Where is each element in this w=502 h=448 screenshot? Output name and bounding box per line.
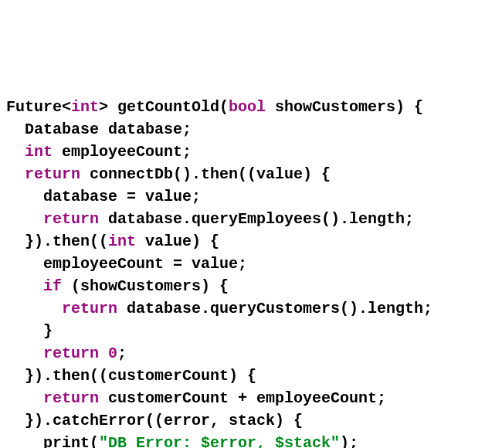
code-text bbox=[6, 300, 62, 317]
code-line: if (showCustomers) { bbox=[6, 277, 229, 295]
code-text: database = value; bbox=[6, 188, 201, 205]
code-line: int employeeCount; bbox=[6, 143, 192, 161]
code-line: }).then((int value) { bbox=[6, 232, 219, 250]
code-line: }).catchError((error, stack) { bbox=[6, 412, 303, 429]
code-text: customerCount + employeeCount; bbox=[99, 389, 386, 407]
keyword: int bbox=[71, 98, 99, 116]
keyword: 0 bbox=[108, 344, 117, 362]
keyword: return bbox=[43, 210, 99, 228]
string-literal: "DB Error: $error, $stack" bbox=[99, 434, 340, 448]
keyword: return bbox=[62, 300, 117, 317]
code-text: }).catchError((error, stack) { bbox=[6, 412, 303, 429]
code-block: Future<int> getCountOld(bool showCustome… bbox=[6, 96, 496, 448]
keyword: return bbox=[43, 344, 99, 362]
keyword: int bbox=[108, 232, 136, 250]
code-line: return connectDb().then((value) { bbox=[6, 165, 331, 183]
code-line: return 0; bbox=[6, 344, 127, 362]
code-line: database = value; bbox=[6, 188, 201, 205]
code-line: }).then((customerCount) { bbox=[6, 367, 256, 385]
code-text: employeeCount; bbox=[53, 143, 192, 161]
code-line: return database.queryCustomers().length; bbox=[6, 300, 432, 317]
code-text: ; bbox=[117, 344, 127, 362]
code-text bbox=[99, 344, 108, 362]
code-text bbox=[6, 389, 43, 407]
keyword: if bbox=[43, 277, 62, 295]
code-line: } bbox=[6, 322, 53, 340]
code-text bbox=[6, 210, 43, 228]
code-line: Database database; bbox=[6, 120, 192, 138]
code-text bbox=[6, 143, 25, 161]
code-text: (showCustomers) { bbox=[62, 277, 229, 295]
keyword: bool bbox=[229, 98, 266, 116]
code-line: employeeCount = value; bbox=[6, 255, 247, 273]
code-text: }).then(( bbox=[6, 232, 108, 250]
code-text bbox=[6, 165, 25, 183]
code-text: employeeCount = value; bbox=[6, 255, 247, 273]
code-text: }).then((customerCount) { bbox=[6, 367, 256, 385]
code-text bbox=[6, 344, 43, 362]
code-text: > getCountOld( bbox=[99, 98, 229, 116]
code-text: database.queryCustomers().length; bbox=[117, 300, 432, 317]
keyword: return bbox=[43, 389, 99, 407]
code-line: Future<int> getCountOld(bool showCustome… bbox=[6, 98, 423, 116]
code-text: connectDb().then((value) { bbox=[80, 165, 331, 183]
code-text bbox=[6, 277, 43, 295]
code-line: print("DB Error: $error, $stack"); bbox=[6, 434, 358, 448]
keyword: int bbox=[25, 143, 53, 161]
code-text: Future< bbox=[6, 98, 71, 116]
code-text: showCustomers) { bbox=[266, 98, 423, 116]
code-text: Database database; bbox=[6, 120, 192, 138]
code-line: return database.queryEmployees().length; bbox=[6, 210, 414, 228]
code-text: print( bbox=[6, 434, 99, 448]
code-text: database.queryEmployees().length; bbox=[99, 210, 414, 228]
code-text: ); bbox=[340, 434, 358, 448]
code-text: value) { bbox=[136, 232, 219, 250]
code-line: return customerCount + employeeCount; bbox=[6, 389, 386, 407]
keyword: return bbox=[25, 165, 80, 183]
code-text: } bbox=[6, 322, 53, 340]
